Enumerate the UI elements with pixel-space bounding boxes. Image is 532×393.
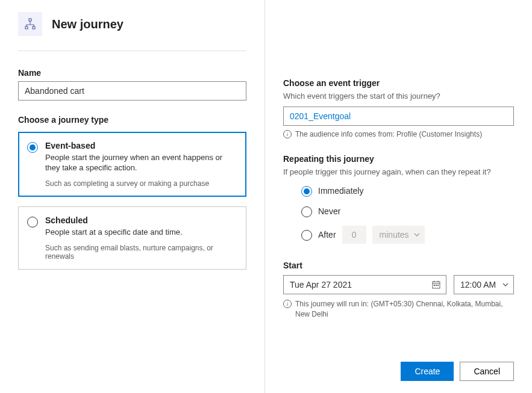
svg-rect-8 (436, 285, 437, 286)
journey-type-scheduled[interactable]: Scheduled People start at a specific dat… (18, 206, 246, 270)
repeat-desc: If people trigger this journey again, wh… (283, 167, 514, 176)
repeat-option-immediately[interactable]: Immediately (301, 185, 514, 197)
radio-never[interactable] (301, 206, 312, 217)
name-label: Name (18, 68, 246, 78)
repeat-label: Repeating this journey (283, 154, 514, 164)
start-time-input[interactable]: 12:00 AM (454, 275, 514, 294)
start-label: Start (283, 261, 514, 270)
trigger-desc: Which event triggers the start of this j… (283, 91, 514, 101)
card-title: Event-based (45, 141, 236, 150)
svg-rect-7 (434, 285, 435, 286)
chevron-down-icon (414, 233, 420, 237)
event-trigger-input[interactable] (283, 107, 514, 126)
chevron-down-icon (502, 283, 509, 286)
svg-rect-9 (437, 285, 439, 286)
radio-event-based[interactable] (27, 142, 38, 153)
journey-name-input[interactable] (18, 81, 246, 101)
after-unit-select[interactable]: minutes (372, 226, 425, 244)
radio-immediately[interactable] (301, 186, 312, 197)
card-hint: Such as completing a survey or making a … (45, 179, 236, 188)
radio-scheduled[interactable] (27, 217, 38, 227)
trigger-info: i The audience info comes from: Profile … (283, 129, 514, 140)
journey-type-event-based[interactable]: Event-based People start the journey whe… (18, 132, 246, 197)
info-icon: i (283, 130, 292, 138)
create-button[interactable]: Create (401, 362, 454, 381)
calendar-icon (431, 280, 441, 289)
repeat-option-never[interactable]: Never (301, 205, 514, 217)
card-desc: People start at a specific date and time… (45, 227, 236, 238)
svg-rect-2 (33, 26, 35, 29)
start-date-input[interactable]: Tue Apr 27 2021 (283, 275, 446, 294)
after-value-input[interactable]: 0 (342, 226, 366, 244)
sitemap-icon (18, 12, 42, 36)
card-hint: Such as sending email blasts, nurture ca… (45, 244, 236, 261)
radio-after[interactable] (301, 230, 312, 241)
trigger-label: Choose an event trigger (283, 78, 514, 88)
svg-rect-1 (25, 26, 28, 29)
info-icon: i (283, 300, 292, 308)
repeat-option-after[interactable]: After 0 minutes (301, 226, 514, 244)
cancel-button[interactable]: Cancel (460, 362, 514, 381)
svg-rect-0 (29, 19, 31, 21)
card-title: Scheduled (45, 215, 236, 225)
journey-type-label: Choose a journey type (18, 115, 246, 125)
card-desc: People start the journey when an event h… (45, 153, 236, 173)
tz-info: i This journey will run in: (GMT+05:30) … (283, 299, 514, 320)
page-title: New journey (52, 17, 124, 31)
dialog-header: New journey (18, 12, 246, 51)
